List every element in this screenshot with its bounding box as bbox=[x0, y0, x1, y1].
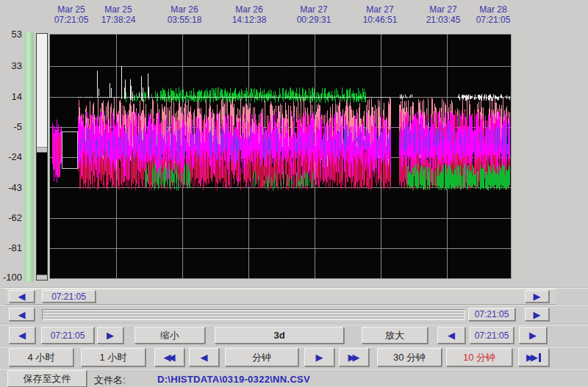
right-arrow-icon: ▶ bbox=[107, 330, 114, 340]
hmi-trend-viewer: Mar 2507:21:05 Mar 2517:38:24 Mar 2603:5… bbox=[0, 0, 588, 387]
y-axis-tick: 33 bbox=[0, 60, 22, 71]
step-forward-button[interactable]: ▶ bbox=[304, 348, 334, 366]
y-axis-tick: -100 bbox=[0, 272, 22, 283]
vertical-slider-lower bbox=[37, 153, 47, 275]
scrollbar-top-thumb[interactable]: 07:21:05 bbox=[42, 290, 96, 303]
right-arrow-icon: ▶ bbox=[316, 352, 323, 362]
time-span-value: 3d bbox=[273, 330, 284, 341]
scrollbar-bottom-track[interactable] bbox=[42, 309, 465, 320]
interval-30min-button[interactable]: 30 分钟 bbox=[377, 348, 442, 366]
end-time-value: 07:21:05 bbox=[475, 330, 509, 341]
left-arrow-icon: ◀ bbox=[448, 330, 455, 340]
right-arrow-icon: ▶ bbox=[534, 310, 541, 319]
x-axis-timestamp: Mar 2721:03:45 bbox=[426, 4, 461, 25]
interval-1h-label: 1 小时 bbox=[100, 351, 127, 364]
step-fast-forward-button[interactable]: ▶▶ bbox=[339, 348, 369, 366]
interval-10min-button[interactable]: 10 分钟 bbox=[446, 348, 512, 366]
filename-value[interactable]: D:\HISTDATA\0319-0322\NN.CSV bbox=[157, 374, 310, 385]
save-to-file-button[interactable]: 保存至文件 bbox=[7, 370, 87, 387]
x-axis-timestamp: Mar 2517:38:24 bbox=[101, 4, 136, 25]
y-axis-tick: -62 bbox=[0, 212, 22, 223]
vertical-slider-cap bbox=[37, 275, 47, 280]
x-axis-timestamp: Mar 2507:21:05 bbox=[54, 4, 89, 25]
interval-minute-button[interactable]: 分钟 bbox=[225, 348, 298, 366]
x-axis-timestamp: Mar 2700:29:31 bbox=[297, 4, 331, 25]
skip-end-icon: ▶▶ bbox=[526, 352, 535, 362]
divider bbox=[0, 324, 588, 325]
scrollbar-bottom-left-button[interactable]: ◀ bbox=[9, 308, 35, 321]
scrollbar-bottom-thumb[interactable]: 07:21:05 bbox=[468, 308, 515, 321]
interval-4h-label: 4 小时 bbox=[28, 351, 55, 364]
left-arrow-icon: ◀ bbox=[18, 310, 26, 319]
scrollbar-top-thumb-label: 07:21:05 bbox=[51, 292, 86, 302]
right-arrow-icon: ▶ bbox=[534, 292, 541, 301]
zoom-in-label: 放大 bbox=[385, 329, 404, 342]
scrollbar-bottom-right-button[interactable]: ▶ bbox=[525, 308, 549, 321]
double-right-arrow-icon: ▶▶ bbox=[348, 352, 357, 362]
x-axis-timestamp: Mar 2603:55:18 bbox=[168, 4, 202, 25]
end-time-display: 07:21:05 bbox=[470, 327, 514, 344]
y-axis-tick: -24 bbox=[0, 151, 22, 162]
step-back-button[interactable]: ◀ bbox=[189, 348, 219, 366]
divider bbox=[0, 368, 588, 369]
x-axis-timestamp: Mar 2614:12:38 bbox=[232, 4, 267, 25]
y-axis-tick: -43 bbox=[0, 182, 22, 193]
zoom-out-button[interactable]: 缩小 bbox=[135, 327, 205, 344]
y-axis-tick: -81 bbox=[0, 242, 22, 253]
vertical-slider-upper bbox=[37, 34, 47, 148]
interval-minute-label: 分钟 bbox=[252, 351, 271, 364]
left-arrow-icon: ◀ bbox=[18, 292, 26, 301]
y-axis-color-strip bbox=[24, 32, 34, 282]
interval-4h-button[interactable]: 4 小时 bbox=[9, 348, 74, 366]
right-arrow-icon: ▶ bbox=[529, 330, 537, 340]
x-axis-timestamp: Mar 2710:46:51 bbox=[363, 4, 398, 25]
x-axis-timestamp: Mar 2807:21:05 bbox=[476, 4, 511, 25]
start-time-forward-button[interactable]: ▶ bbox=[97, 327, 123, 344]
time-span-display: 3d bbox=[215, 327, 344, 344]
interval-10min-label: 10 分钟 bbox=[463, 351, 495, 364]
y-axis-tick: -5 bbox=[0, 121, 22, 132]
interval-30min-label: 30 分钟 bbox=[393, 351, 426, 364]
divider bbox=[0, 346, 588, 347]
double-left-arrow-icon: ◀◀ bbox=[164, 352, 173, 362]
start-time-value: 07:21:05 bbox=[51, 330, 85, 341]
save-to-file-label: 保存至文件 bbox=[24, 372, 71, 386]
left-arrow-icon: ◀ bbox=[201, 352, 208, 362]
vertical-slider-thumb[interactable] bbox=[37, 148, 47, 153]
step-fast-back-button[interactable]: ◀◀ bbox=[154, 348, 184, 366]
start-time-display: 07:21:05 bbox=[41, 327, 94, 344]
zoom-out-label: 缩小 bbox=[160, 329, 179, 342]
filename-label: 文件名: bbox=[94, 374, 126, 387]
skip-to-end-button[interactable]: ▶▶ bbox=[518, 348, 549, 366]
y-axis-tick: 14 bbox=[0, 91, 22, 102]
interval-1h-button[interactable]: 1 小时 bbox=[81, 348, 146, 366]
zoom-in-button[interactable]: 放大 bbox=[362, 327, 428, 344]
start-time-back-button[interactable]: ◀ bbox=[9, 327, 35, 344]
y-axis-tick: 53 bbox=[0, 29, 22, 40]
skip-end-bar-icon bbox=[539, 353, 541, 362]
scrollbar-top-left-button[interactable]: ◀ bbox=[9, 290, 35, 303]
left-arrow-icon: ◀ bbox=[18, 330, 26, 340]
end-time-forward-button[interactable]: ▶ bbox=[519, 327, 547, 344]
vertical-range-slider[interactable] bbox=[36, 33, 48, 281]
scrollbar-top-right-button[interactable]: ▶ bbox=[525, 290, 549, 303]
scrollbar-bottom-thumb-label: 07:21:05 bbox=[475, 309, 509, 319]
trend-plot-canvas[interactable] bbox=[49, 34, 512, 279]
end-time-back-button[interactable]: ◀ bbox=[437, 327, 465, 344]
